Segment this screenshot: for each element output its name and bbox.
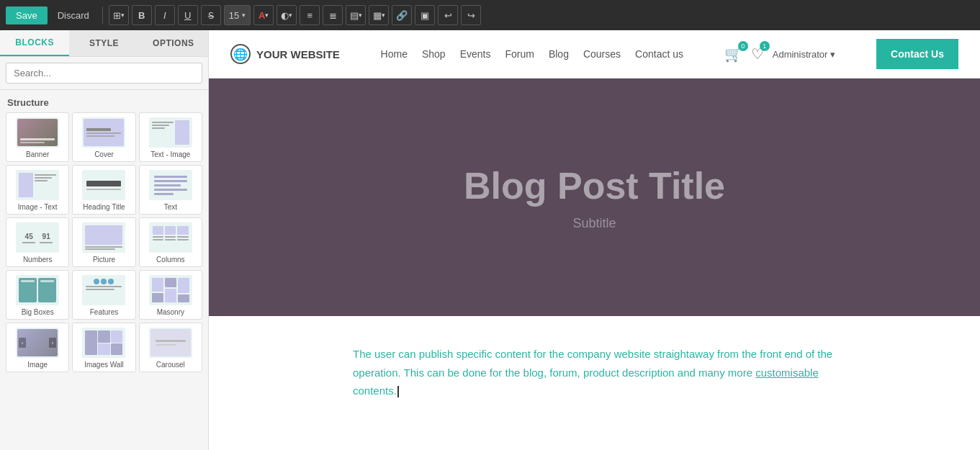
block-preview-image-text (16, 170, 59, 200)
num-line-1 (22, 242, 35, 243)
masonry-preview (150, 276, 191, 304)
admin-label: Administrator (773, 49, 828, 60)
cart-icon-wrap[interactable]: 🛒 0 (724, 45, 742, 63)
link-button[interactable]: 🔗 (392, 5, 412, 25)
undo-button[interactable]: ↩ (438, 5, 458, 25)
font-size-value: 15 (229, 10, 239, 21)
block-item-image-text[interactable]: Image - Text (6, 165, 69, 215)
image-insert-button[interactable]: ▣ (415, 5, 435, 25)
content-link[interactable]: customisable (755, 366, 819, 379)
highlight-button[interactable]: ◐ ▾ (277, 5, 297, 25)
wishlist-icon-wrap[interactable]: ♡ 1 (751, 45, 764, 63)
content-text: The user can publish specific content fo… (353, 345, 836, 400)
redo-button[interactable]: ↪ (461, 5, 481, 25)
ordered-list-button[interactable]: ≣ (323, 5, 343, 25)
tab-blocks[interactable]: BLOCKS (0, 30, 69, 56)
col1-line1 (153, 236, 163, 238)
block-item-carousel[interactable]: Carousel (139, 323, 202, 372)
block-label-carousel: Carousel (156, 361, 185, 369)
format-button[interactable]: ⊞ ▾ (109, 5, 129, 25)
italic-icon: I (163, 10, 166, 21)
bigbox-1 (19, 278, 37, 302)
nav-forum[interactable]: Forum (505, 48, 534, 60)
font-size-dropdown[interactable]: 15 ▾ (224, 5, 251, 25)
block-label-numbers: Numbers (23, 256, 53, 264)
table-button[interactable]: ▦ ▾ (369, 5, 389, 25)
num-line-2 (40, 242, 53, 243)
block-item-cover[interactable]: Cover (72, 112, 135, 162)
block-label-masonry: Masonry (157, 308, 184, 316)
block-item-text-image[interactable]: Text - Image (139, 112, 202, 162)
sidebar-content: Structure Banner (0, 90, 208, 450)
it-line1 (35, 174, 56, 176)
block-item-banner[interactable]: Banner (6, 112, 69, 162)
align-chevron: ▾ (359, 12, 362, 19)
align-icon: ▤ (350, 10, 359, 21)
block-preview-heading-title (82, 170, 125, 200)
text-image-preview (150, 119, 191, 146)
unordered-list-button[interactable]: ≡ (300, 5, 320, 25)
font-color-button[interactable]: A ▾ (253, 5, 274, 25)
search-input[interactable] (6, 63, 202, 84)
block-item-features[interactable]: Features (72, 270, 135, 320)
website-nav: Home Shop Events Forum Blog Courses Cont… (381, 48, 683, 60)
block-item-columns[interactable]: Columns (139, 217, 202, 267)
underline-button[interactable]: U (178, 5, 198, 25)
text-line2 (154, 180, 187, 182)
bold-button[interactable]: B (132, 5, 152, 25)
contact-us-button[interactable]: Contact Us (876, 39, 958, 69)
text-line3 (154, 184, 181, 186)
wishlist-badge: 1 (760, 41, 770, 51)
nav-courses[interactable]: Courses (583, 48, 621, 60)
tab-style[interactable]: STYLE (69, 30, 138, 56)
cover-line2 (86, 132, 121, 134)
image-text-preview (17, 171, 58, 199)
text-line5 (154, 193, 174, 195)
content-text-after: contents. (353, 384, 397, 397)
image-insert-icon: ▣ (421, 10, 429, 21)
feat-circle-1 (94, 279, 99, 284)
nav-shop[interactable]: Shop (422, 48, 446, 60)
admin-dropdown[interactable]: Administrator ▾ (773, 49, 836, 60)
text-image-left (152, 120, 174, 145)
num-value-2: 91 (42, 233, 50, 240)
nav-blog[interactable]: Blog (549, 48, 569, 60)
block-item-masonry[interactable]: Masonry (139, 270, 202, 320)
pic-line2 (85, 248, 115, 250)
block-label-big-boxes: Big Boxes (22, 308, 54, 316)
align-button[interactable]: ▤ ▾ (346, 5, 366, 25)
block-item-numbers[interactable]: 45 91 Numbers (6, 217, 69, 267)
block-item-images-wall[interactable]: Images Wall (72, 323, 135, 372)
imageswall-preview (84, 329, 124, 356)
feat-line2 (86, 289, 114, 290)
block-item-big-boxes[interactable]: Big Boxes (6, 270, 69, 320)
block-preview-image: ‹ › (16, 328, 59, 358)
discard-button[interactable]: Discard (50, 6, 96, 24)
block-preview-features (82, 275, 125, 305)
main-area: BLOCKS STYLE OPTIONS Structure (0, 30, 980, 450)
italic-button[interactable]: I (155, 5, 175, 25)
website-header: 🌐 YOUR WEBSITE Home Shop Events Forum Bl… (209, 30, 980, 78)
block-preview-text-image (149, 117, 192, 148)
block-preview-carousel (149, 328, 192, 358)
block-preview-cover (82, 117, 125, 148)
block-item-text[interactable]: Text (139, 165, 202, 215)
nav-events[interactable]: Events (460, 48, 491, 60)
tab-options[interactable]: OPTIONS (139, 30, 208, 56)
strikethrough-icon: S̶ (208, 10, 214, 21)
block-preview-masonry (149, 275, 192, 305)
mas3-img1 (178, 278, 189, 293)
block-item-image[interactable]: ‹ › Image (6, 323, 69, 372)
bigboxes-preview (17, 276, 58, 304)
sidebar: BLOCKS STYLE OPTIONS Structure (0, 30, 209, 450)
save-button[interactable]: Save (6, 6, 48, 24)
strikethrough-button[interactable]: S̶ (201, 5, 221, 25)
block-label-image-text: Image - Text (18, 203, 58, 211)
block-label-columns: Columns (156, 256, 184, 264)
block-item-picture[interactable]: Picture (72, 217, 135, 267)
nav-home[interactable]: Home (381, 48, 408, 60)
nav-contact-us[interactable]: Contact us (635, 48, 683, 60)
block-item-heading-title[interactable]: Heading Title (72, 165, 135, 215)
bigbox-2 (38, 278, 56, 302)
feat-circle-2 (101, 279, 107, 284)
